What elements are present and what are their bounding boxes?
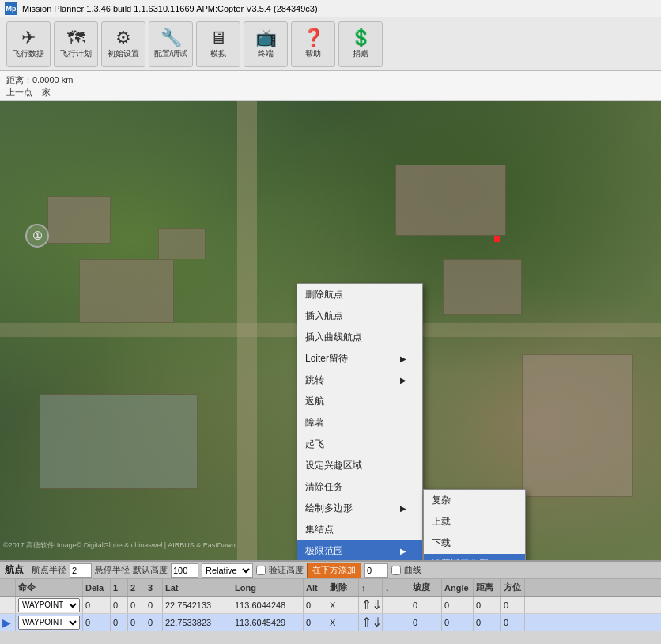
col-down-header: ↓ <box>383 579 410 596</box>
cell-command[interactable]: WAYPOINT <box>16 597 83 613</box>
waypoint-header: 航点 航点半径 悬停半径 默认高度 Relative Absolute Terr… <box>0 562 661 579</box>
hover-radius-label: 悬停半径 <box>95 564 130 576</box>
toolbar-btn-donate[interactable]: 💲捐赠 <box>338 21 383 67</box>
cell-num: ▶ <box>0 614 16 631</box>
cell-angle: 0 <box>442 614 474 631</box>
cell-p1[interactable]: 0 <box>111 597 128 613</box>
cell-up[interactable]: ⇑⇓ <box>359 597 383 613</box>
add-below-button[interactable]: 在下方添加 <box>307 563 361 578</box>
col-num-header <box>0 579 16 596</box>
cell-lat[interactable]: 22.7533823 <box>163 614 232 631</box>
prev-point-label: 上一点 家 <box>6 86 655 98</box>
map-building <box>522 354 633 497</box>
cell-alt[interactable]: 0 <box>304 614 327 631</box>
cell-p2[interactable]: 0 <box>128 597 145 613</box>
wp-table-body: WAYPOINT000022.7542133113.60442480X⇑⇓000… <box>0 597 661 644</box>
col-dela-header: Dela <box>83 579 111 596</box>
menu-item-cluster[interactable]: 集结点 <box>297 519 422 540</box>
col-dir-header: 方位 <box>501 579 525 596</box>
col-lat-header: Lat <box>163 579 232 596</box>
toolbar-btn-initial-setup[interactable]: ⚙初始设置 <box>101 21 145 67</box>
toolbar-btn-flight-plan[interactable]: 🗺飞行计划 <box>54 21 98 67</box>
cell-long[interactable]: 113.6045429 <box>232 614 304 631</box>
menu-item-obstacle[interactable]: 障著 <box>297 412 422 434</box>
cell-p3[interactable]: 0 <box>145 597 163 613</box>
menu-item-draw-polygon[interactable]: 绘制多边形▶ <box>297 498 422 519</box>
menu-item-insert-waypoint[interactable]: 插入航点 <box>297 305 422 327</box>
cell-grade: 0 <box>410 597 442 613</box>
col-up-header: ↑ <box>359 579 383 596</box>
radius-input[interactable] <box>70 563 92 578</box>
cell-p1[interactable]: 0 <box>111 614 128 631</box>
cell-down[interactable] <box>383 597 410 613</box>
verify-alt-checkbox[interactable] <box>256 566 266 575</box>
menu-item-insert-spline[interactable]: 插入曲线航点 <box>297 327 422 348</box>
cell-up[interactable]: ⇑⇓ <box>359 614 383 631</box>
table-row: ▶WAYPOINT000022.7533823113.60454290X⇑⇓00… <box>0 614 661 631</box>
verify-alt-label: 验证高度 <box>269 564 304 576</box>
toolbar-btn-simulation[interactable]: 🖥模拟 <box>196 21 240 67</box>
cell-command[interactable]: WAYPOINT <box>16 614 83 631</box>
titlebar: Mp Mission Planner 1.3.46 build 1.1.6310… <box>0 0 661 17</box>
col-1-header: 1 <box>111 579 128 596</box>
menu-item-loiter[interactable]: Loiter留待▶ <box>297 348 422 369</box>
menu-item-delete-waypoint[interactable]: 删除航点 <box>297 284 422 305</box>
menu-item-clear-task[interactable]: 清除任务 <box>297 476 422 498</box>
cell-delete[interactable]: X <box>327 614 359 631</box>
map-building <box>395 165 506 236</box>
waypoint-controls: 航点半径 悬停半径 默认高度 Relative Absolute Terrain… <box>32 563 656 578</box>
map-marker-red <box>494 236 500 242</box>
toolbar-btn-flight-data[interactable]: ✈飞行数据 <box>6 21 51 67</box>
cell-delay[interactable]: 0 <box>83 614 111 631</box>
cell-lat[interactable]: 22.7542133 <box>163 597 232 613</box>
cell-dir: 0 <box>501 597 525 613</box>
default-alt-input[interactable] <box>171 563 198 578</box>
menu-item-geofence[interactable]: 极限范围▶ <box>297 540 422 560</box>
alt-warning-input[interactable] <box>364 563 388 578</box>
table-row: WAYPOINT000022.7542133113.60442480X⇑⇓000… <box>0 597 661 614</box>
cell-dir: 0 <box>501 614 525 631</box>
submenu-item-download[interactable]: 下载 <box>424 532 525 554</box>
menu-item-return[interactable]: 返航 <box>297 391 422 412</box>
cell-delay[interactable]: 0 <box>83 597 111 613</box>
toolbar-btn-terminal[interactable]: 📺终端 <box>244 21 288 67</box>
col-dist-header: 距离 <box>474 579 501 596</box>
cell-down[interactable] <box>383 614 410 631</box>
map-building <box>47 196 111 244</box>
waypoint-panel-title: 航点 <box>5 563 24 577</box>
col-cmd-header: 命令 <box>16 579 83 596</box>
cell-delete[interactable]: X <box>327 597 359 613</box>
col-grade-header: 坡度 <box>410 579 442 596</box>
command-select[interactable]: WAYPOINT <box>18 616 80 630</box>
col-angle-header: Angle <box>442 579 474 596</box>
toolbar: ✈飞行数据🗺飞行计划⚙初始设置🔧配置/调试🖥模拟📺终端❓帮助💲捐赠 <box>0 17 661 71</box>
cell-alt[interactable]: 0 <box>304 597 327 613</box>
map-watermark: ©2017 高德软件 Image© DigitalGlobe & chinasw… <box>3 540 236 551</box>
app-icon: Mp <box>5 2 17 15</box>
submenu-item-copy[interactable]: 复杂 <box>424 490 525 511</box>
map-area[interactable]: ① 删除航点插入航点插入曲线航点Loiter留待▶跳转▶返航障著起飞设定兴趣区域… <box>0 101 661 560</box>
menu-item-jump[interactable]: 跳转▶ <box>297 369 422 391</box>
map-building <box>158 228 206 259</box>
toolbar-btn-help[interactable]: ❓帮助 <box>291 21 335 67</box>
cell-dist: 0 <box>474 597 501 613</box>
cell-grade: 0 <box>410 614 442 631</box>
command-select[interactable]: WAYPOINT <box>18 598 80 612</box>
cell-p3[interactable]: 0 <box>145 614 163 631</box>
alt-warning-checkbox[interactable] <box>391 566 401 575</box>
altitude-mode-select[interactable]: Relative Absolute Terrain <box>202 563 253 578</box>
menu-item-set-roi[interactable]: 设定兴趣区域 <box>297 455 422 476</box>
submenu-item-set-return-pos[interactable]: 设置返回位置 <box>424 554 525 560</box>
cell-p2[interactable]: 0 <box>128 614 145 631</box>
cell-long[interactable]: 113.6044248 <box>232 597 304 613</box>
col-2-header: 2 <box>128 579 145 596</box>
infobar: 距离：0.0000 km 上一点 家 <box>0 71 661 101</box>
wp-table-header: 命令 Dela 1 2 3 Lat Long Alt 删除 ↑ ↓ 坡度 Ang… <box>0 579 661 597</box>
context-menu: 删除航点插入航点插入曲线航点Loiter留待▶跳转▶返航障著起飞设定兴趣区域清除… <box>297 283 423 560</box>
curve-label: 曲线 <box>404 564 421 576</box>
submenu-item-upload[interactable]: 上载 <box>424 511 525 532</box>
menu-item-takeoff[interactable]: 起飞 <box>297 434 422 455</box>
toolbar-btn-config-tune[interactable]: 🔧配置/调试 <box>149 21 193 67</box>
submenu: 复杂上载下载设置返回位置从文件加载保存到文件Clear <box>423 489 526 560</box>
map-building <box>443 259 522 315</box>
